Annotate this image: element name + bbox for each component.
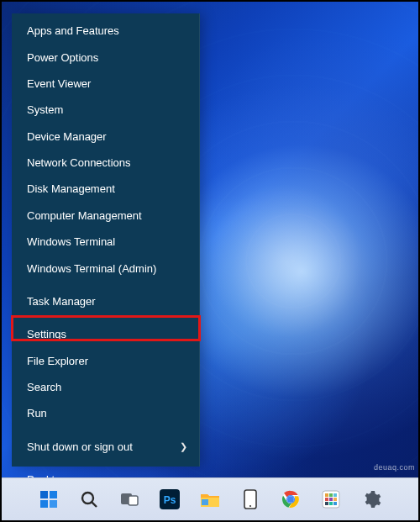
chevron-right-icon: ❯ (180, 441, 187, 452)
menu-item-network-connections[interactable]: Network Connections (12, 150, 199, 176)
taskview-icon[interactable] (113, 482, 146, 516)
menu-item-label: Power Options (27, 51, 98, 64)
menu-item-system[interactable]: System (12, 97, 199, 123)
menu-item-device-manager[interactable]: Device Manager (12, 124, 199, 150)
menu-item-windows-terminal-admin-[interactable]: Windows Terminal (Admin) (12, 255, 199, 281)
svg-rect-19 (329, 493, 333, 497)
menu-item-label: Windows Terminal (27, 235, 115, 248)
menu-item-event-viewer[interactable]: Event Viewer (12, 71, 199, 97)
menu-item-label: Network Connections (27, 156, 131, 169)
search-icon[interactable] (72, 482, 106, 516)
menu-item-power-options[interactable]: Power Options (12, 44, 199, 70)
menu-item-label: Shut down or sign out (27, 440, 133, 453)
menu-item-shut-down-or-sign-out[interactable]: Shut down or sign out❯ (12, 434, 199, 460)
taskbar: Ps (2, 477, 418, 520)
svg-rect-24 (325, 502, 328, 505)
svg-rect-22 (329, 498, 333, 501)
svg-rect-18 (325, 493, 328, 497)
menu-item-label: Windows Terminal (Admin) (27, 262, 156, 275)
menu-item-apps-and-features[interactable]: Apps and Features (12, 18, 199, 44)
menu-item-label: Search (27, 381, 61, 393)
menu-item-label: Disk Management (27, 182, 115, 195)
chrome-icon[interactable] (274, 482, 307, 516)
svg-rect-2 (40, 500, 48, 508)
svg-rect-3 (50, 500, 57, 508)
svg-point-12 (249, 505, 251, 507)
svg-point-16 (287, 496, 294, 503)
photoshop-icon[interactable]: Ps (153, 482, 186, 516)
file-explorer-icon[interactable] (193, 482, 227, 516)
menu-item-label: Event Viewer (27, 77, 91, 90)
menu-item-windows-terminal[interactable]: Windows Terminal (12, 229, 199, 255)
svg-rect-7 (129, 496, 138, 505)
menu-item-label: System (27, 103, 63, 116)
svg-rect-1 (50, 491, 57, 498)
svg-rect-10 (202, 499, 208, 505)
menu-item-label: Settings (27, 328, 66, 340)
menu-item-file-explorer[interactable]: File Explorer (12, 348, 199, 374)
start-icon[interactable] (32, 482, 66, 516)
menu-item-label: Run (27, 407, 47, 419)
settings-icon[interactable] (354, 482, 388, 516)
svg-rect-0 (40, 491, 48, 498)
menu-item-label: Apps and Features (27, 24, 119, 37)
svg-rect-25 (329, 502, 333, 505)
menu-item-label: Device Manager (27, 130, 107, 143)
menu-item-disk-management[interactable]: Disk Management (12, 176, 199, 202)
menu-item-label: File Explorer (27, 355, 88, 367)
menu-item-search[interactable]: Search (12, 374, 199, 400)
menu-item-task-manager[interactable]: Task Manager (12, 288, 199, 314)
svg-rect-23 (333, 498, 337, 501)
menu-item-settings[interactable]: Settings (12, 321, 199, 347)
app-tablet-icon[interactable] (234, 482, 267, 516)
svg-point-4 (82, 493, 93, 504)
svg-text:Ps: Ps (164, 494, 176, 506)
winx-context-menu: Apps and FeaturesPower OptionsEvent View… (12, 13, 200, 467)
svg-rect-21 (325, 498, 328, 501)
menu-item-computer-management[interactable]: Computer Management (12, 203, 199, 229)
menu-item-run[interactable]: Run (12, 400, 199, 426)
menu-item-label: Task Manager (27, 295, 96, 308)
app-grid-icon[interactable] (314, 482, 348, 516)
svg-rect-26 (333, 502, 337, 505)
menu-item-label: Computer Management (27, 209, 142, 222)
svg-rect-20 (333, 493, 337, 497)
svg-line-5 (92, 502, 97, 507)
watermark: deuaq.com (374, 463, 415, 472)
